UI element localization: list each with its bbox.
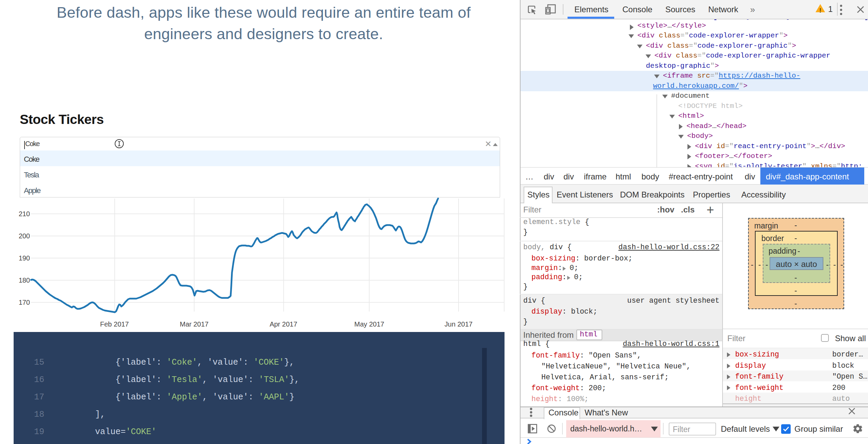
svg-text:Apr 2017: Apr 2017: [269, 320, 297, 328]
svg-text:Mar 2017: Mar 2017: [180, 320, 209, 328]
svg-text:May 2017: May 2017: [354, 320, 384, 328]
svg-text:190: 190: [19, 254, 30, 262]
svg-text:170: 170: [19, 299, 30, 306]
svg-text:180: 180: [19, 276, 30, 284]
svg-text:200: 200: [19, 232, 30, 240]
svg-text:Feb 2017: Feb 2017: [100, 320, 129, 328]
svg-text:Jun 2017: Jun 2017: [445, 320, 472, 328]
svg-text:210: 210: [19, 210, 30, 218]
